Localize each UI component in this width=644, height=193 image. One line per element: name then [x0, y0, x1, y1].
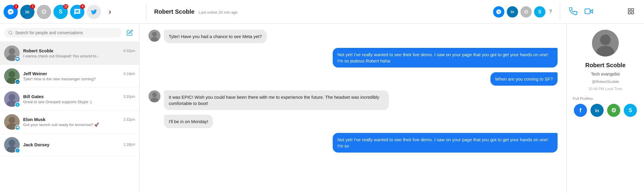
linkedin-app-icon[interactable]: in 1: [20, 5, 34, 19]
msg-avatar-1: [149, 30, 160, 42]
video-call-button[interactable]: [585, 7, 593, 17]
svg-point-9: [9, 48, 15, 55]
linkedin-profile-icon[interactable]: in: [591, 104, 604, 117]
svg-point-15: [9, 94, 15, 101]
chat-area: Tyler! Have you had a chance to see Meta…: [140, 24, 567, 193]
messenger-app-icon[interactable]: 3: [4, 5, 18, 19]
svg-point-6: [9, 31, 12, 34]
skype-badge: 12: [63, 4, 68, 9]
messenger-header-icon[interactable]: [493, 6, 504, 18]
gear-app-icon[interactable]: ⚙: [37, 5, 51, 19]
top-bar: 3 in 1 ⚙ S 12 4 › Robert Sco: [0, 0, 644, 24]
svg-rect-2: [628, 9, 630, 11]
compose-button[interactable]: [124, 27, 135, 38]
more-apps-button[interactable]: ›: [105, 7, 115, 17]
twitter-app-icon[interactable]: [87, 5, 101, 19]
twitter-platform-badge-jd: 🐦: [15, 148, 20, 153]
profile-handle: @RobertScoble: [592, 79, 619, 84]
conversation-item-bill-gates[interactable]: S Bill Gates 3:20pm Great to see Grouped…: [0, 88, 139, 111]
groupme-badge: 4: [80, 4, 85, 9]
messenger-icon: [7, 8, 14, 15]
avatar-wrap-jd: 🐦: [4, 137, 20, 153]
expand-icon: [627, 8, 634, 15]
gear-header-icon[interactable]: ⚙: [520, 6, 532, 18]
skype-icon-text: S: [59, 9, 62, 15]
profile-local-time: 10:48 PM Local Time: [589, 87, 622, 91]
skype-platform-badge-bg: S: [15, 102, 20, 107]
message-bubble-3: When are you coming to SF?: [490, 72, 558, 86]
linkedin-icon-text: in: [25, 9, 29, 14]
linkedin-header-text: in: [511, 10, 514, 14]
svg-rect-3: [632, 9, 634, 11]
message-row-6: Not yet! I've really wanted to see their…: [149, 133, 558, 153]
profile-avatar: [592, 30, 619, 57]
message-row-5: I'll be in on Monday!: [149, 115, 558, 128]
svg-point-27: [152, 92, 157, 97]
conv-preview-jw: Tyler! How is the new messenger coming?: [23, 77, 135, 81]
video-icon: [585, 7, 593, 15]
skype-app-icon[interactable]: S 12: [53, 5, 68, 19]
conversation-item-robert-scoble[interactable]: Robert Scoble 4:32pm I wanna check out G…: [0, 42, 139, 65]
groupme-icon: [74, 8, 81, 15]
conv-info-robert-scoble: Robert Scoble 4:32pm I wanna check out G…: [23, 48, 135, 58]
conv-name-row-jw: Jeff Weiner 4:14pm: [23, 71, 135, 76]
avatar-wrap-jw: in: [4, 68, 20, 84]
svg-marker-0: [590, 10, 593, 13]
conv-name-row-jd: Jack Dorsey 1:18pm: [23, 142, 135, 147]
profile-avatar-img: [592, 30, 619, 57]
message-bubble-6: Not yet! I've really wanted to see their…: [333, 133, 558, 153]
search-input[interactable]: [15, 30, 118, 35]
messenger-badge: 3: [14, 4, 18, 9]
linkedin-badge: 1: [30, 4, 35, 9]
search-icon: [8, 30, 13, 35]
avatar-wrap-bg: S: [4, 91, 20, 107]
message-row-1: Tyler! Have you had a chance to see Meta…: [149, 30, 558, 43]
contact-info: Robert Scoble Last online 20 min ago: [154, 8, 493, 15]
search-input-wrap[interactable]: [4, 28, 122, 37]
conversation-item-elon-musk[interactable]: 💬 Elon Musk 2:32pm Got your launch suit …: [0, 111, 139, 134]
linkedin-header-icon[interactable]: in: [507, 6, 518, 18]
main-content: Robert Scoble 4:32pm I wanna check out G…: [0, 24, 644, 193]
profile-name: Robert Scoble: [585, 62, 626, 69]
sidebar: Robert Scoble 4:32pm I wanna check out G…: [0, 24, 140, 193]
skype-profile-icon[interactable]: S: [624, 104, 637, 117]
conv-name-jd: Jack Dorsey: [23, 142, 49, 147]
message-bubble-2: Not yet! I've really wanted to see their…: [333, 48, 558, 68]
messenger-platform-badge: [15, 56, 20, 62]
conv-name-jw: Jeff Weiner: [23, 71, 47, 76]
expand-button[interactable]: [627, 8, 634, 16]
conversation-item-jeff-weiner[interactable]: in Jeff Weiner 4:14pm Tyler! How is the …: [0, 65, 139, 88]
svg-rect-4: [632, 12, 634, 14]
msg-avatar-4: [149, 90, 160, 102]
conversation-item-jack-dorsey[interactable]: 🐦 Jack Dorsey 1:18pm: [0, 134, 139, 156]
header-action-icons: in ⚙ S ?: [493, 6, 552, 18]
profile-title: Tech evangelist: [591, 72, 620, 76]
conv-name-row-bg: Bill Gates 3:20pm: [23, 94, 135, 99]
groupme-app-icon[interactable]: 4: [70, 5, 84, 19]
twitter-icon: [91, 9, 97, 15]
conv-name-row: Robert Scoble 4:32pm: [23, 48, 135, 53]
compose-icon: [127, 29, 133, 36]
right-panel-header: [563, 7, 640, 17]
help-icon[interactable]: ?: [549, 9, 552, 15]
conv-name-bg: Bill Gates: [23, 94, 44, 99]
msg-avatar-img-4: [149, 90, 160, 102]
svg-rect-5: [628, 12, 630, 14]
facebook-profile-icon[interactable]: f: [574, 104, 587, 117]
gear-icon: ⚙: [41, 8, 47, 16]
message-bubble-1: Tyler! Have you had a chance to see Meta…: [164, 30, 267, 43]
contact-name: Robert Scoble: [154, 8, 195, 15]
message-bubble-5: I'll be in on Monday!: [164, 115, 213, 128]
facebook-icon-text: f: [580, 107, 582, 114]
call-button[interactable]: [569, 7, 577, 17]
gear-profile-icon-text: ⚙: [611, 107, 616, 114]
conversation-list: Robert Scoble 4:32pm I wanna check out G…: [0, 42, 139, 193]
profile-social-icons: f in ⚙ S: [574, 104, 637, 117]
messenger-header-svg: [496, 9, 502, 15]
gear-profile-icon[interactable]: ⚙: [607, 104, 620, 117]
skype-header-icon[interactable]: S: [534, 6, 545, 18]
svg-point-24: [152, 32, 157, 37]
conv-info-bill-gates: Bill Gates 3:20pm Great to see Grouped s…: [23, 94, 135, 104]
message-bubble-4: It was EPIC! Wish you could have been th…: [164, 90, 389, 110]
conv-time-em: 2:32pm: [123, 117, 135, 122]
